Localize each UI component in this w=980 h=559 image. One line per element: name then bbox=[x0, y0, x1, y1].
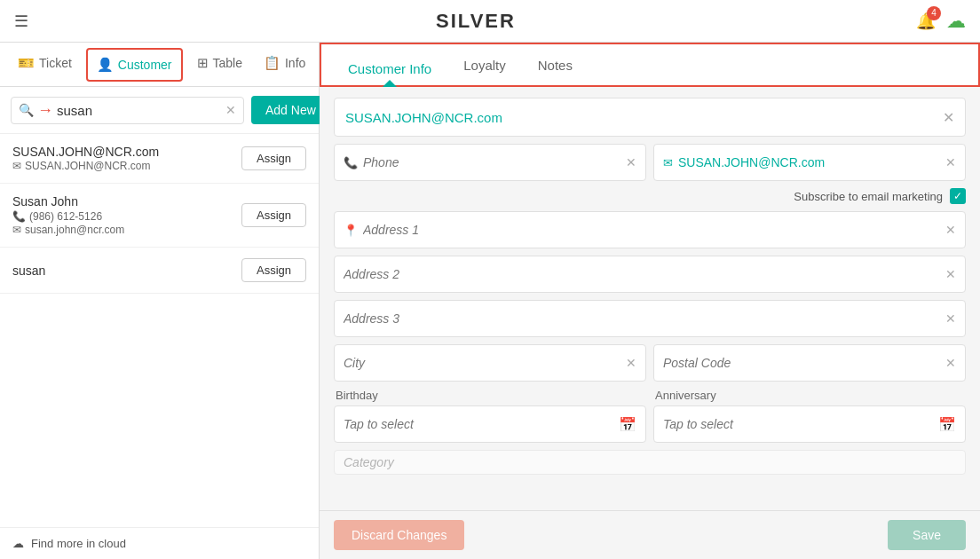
location-icon: 📍 bbox=[344, 224, 358, 237]
right-tab-bar: Customer Info Loyalty Notes bbox=[320, 43, 980, 87]
tab-customer-info[interactable]: Customer Info bbox=[332, 43, 447, 87]
left-tab-bar: 🎫 Ticket 👤 Customer ⊞ Table 📋 Info bbox=[0, 43, 319, 87]
email-clear[interactable]: ✕ bbox=[945, 155, 956, 169]
subscribe-checkbox[interactable]: ✓ bbox=[950, 188, 966, 204]
tab-info-label: Info bbox=[285, 56, 305, 70]
top-email-clear[interactable]: ✕ bbox=[943, 109, 954, 126]
category-field[interactable] bbox=[334, 450, 966, 475]
birthday-calendar-icon[interactable]: 📅 bbox=[619, 416, 636, 433]
anniversary-input[interactable] bbox=[663, 417, 931, 431]
address1-clear[interactable]: ✕ bbox=[945, 223, 956, 237]
address3-clear[interactable]: ✕ bbox=[945, 311, 956, 326]
topbar-left bbox=[14, 12, 36, 31]
email-icon: ✉ bbox=[663, 156, 673, 169]
tab-notes[interactable]: Notes bbox=[522, 43, 589, 87]
subscribe-label: Subscribe to email marketing bbox=[794, 190, 943, 203]
form-area: ✕ 📞 ✕ ✉ ✕ Subscribe to email marketing ✓ bbox=[320, 87, 980, 510]
customer-email-sub-2: ✉ susan.john@ncr.com bbox=[12, 224, 241, 236]
address1-field[interactable]: 📍 ✕ bbox=[334, 211, 966, 248]
email-field[interactable]: ✉ ✕ bbox=[653, 144, 966, 181]
customer-list: SUSAN.JOHN@NCR.com ✉ SUSAN.JOHN@NCR.com … bbox=[0, 134, 319, 527]
tab-info[interactable]: 📋 Info bbox=[253, 43, 316, 87]
tab-customer-label: Customer bbox=[118, 58, 172, 72]
city-input[interactable] bbox=[344, 356, 622, 370]
customer-name-3: susan bbox=[12, 264, 241, 278]
postal-input[interactable] bbox=[663, 356, 942, 370]
phone-field[interactable]: 📞 ✕ bbox=[334, 144, 646, 181]
address2-row: ✕ bbox=[334, 256, 966, 293]
list-item: SUSAN.JOHN@NCR.com ✉ SUSAN.JOHN@NCR.com … bbox=[0, 134, 319, 184]
category-row bbox=[334, 450, 966, 475]
table-icon: ⊞ bbox=[197, 55, 209, 71]
search-icon: 🔍 bbox=[19, 103, 34, 117]
notes-tab-label: Notes bbox=[538, 58, 573, 73]
category-input[interactable] bbox=[344, 455, 956, 469]
search-clear-icon[interactable]: ✕ bbox=[225, 103, 236, 117]
birthday-input[interactable] bbox=[344, 417, 612, 431]
assign-button-1[interactable]: Assign bbox=[241, 146, 306, 170]
anniversary-field[interactable]: 📅 bbox=[653, 405, 966, 443]
postal-clear[interactable]: ✕ bbox=[945, 356, 956, 370]
phone-email-row: 📞 ✕ ✉ ✕ bbox=[334, 144, 966, 181]
add-new-button[interactable]: Add New bbox=[251, 96, 330, 124]
customer-name-2: Susan John bbox=[12, 194, 241, 209]
city-clear[interactable]: ✕ bbox=[626, 356, 636, 370]
customer-info-3: susan bbox=[12, 264, 241, 278]
customer-phone-2: 📞 (986) 612-5126 bbox=[12, 210, 241, 223]
topbar-center: SILVER bbox=[436, 10, 516, 33]
right-panel: Customer Info Loyalty Notes ✕ 📞 bbox=[320, 43, 980, 559]
form-footer: Discard Changes Save bbox=[320, 510, 980, 559]
address2-field[interactable]: ✕ bbox=[334, 256, 966, 293]
address2-clear[interactable]: ✕ bbox=[945, 267, 956, 281]
list-item: susan Assign bbox=[0, 248, 319, 294]
date-labels: Birthday Anniversary bbox=[334, 389, 966, 402]
anniversary-label: Anniversary bbox=[653, 389, 966, 402]
main-layout: 🎫 Ticket 👤 Customer ⊞ Table 📋 Info 🔍 → bbox=[0, 43, 980, 559]
email-input[interactable] bbox=[678, 155, 942, 169]
find-more-cloud[interactable]: ☁ Find more in cloud bbox=[0, 527, 319, 559]
assign-button-2[interactable]: Assign bbox=[241, 203, 306, 227]
assign-button-3[interactable]: Assign bbox=[241, 258, 306, 282]
tab-ticket[interactable]: 🎫 Ticket bbox=[7, 43, 83, 87]
mail-icon-1: ✉ bbox=[12, 160, 21, 172]
customer-name-1: SUSAN.JOHN@NCR.com bbox=[12, 145, 241, 159]
loyalty-tab-label: Loyalty bbox=[463, 58, 506, 73]
phone-clear[interactable]: ✕ bbox=[626, 155, 636, 169]
hamburger-icon[interactable] bbox=[14, 12, 28, 31]
anniversary-calendar-icon[interactable]: 📅 bbox=[938, 416, 956, 433]
search-input[interactable] bbox=[57, 103, 225, 118]
city-field[interactable]: ✕ bbox=[334, 344, 646, 382]
discard-changes-button[interactable]: Discard Changes bbox=[334, 520, 464, 550]
info-icon: 📋 bbox=[264, 55, 281, 71]
postal-field[interactable]: ✕ bbox=[653, 344, 966, 382]
dates-row: 📅 📅 bbox=[334, 405, 966, 443]
address2-input[interactable] bbox=[344, 267, 942, 281]
address3-field[interactable]: ✕ bbox=[334, 300, 966, 337]
topbar: SILVER 4 ☁ bbox=[0, 0, 980, 43]
search-bar: 🔍 → ✕ Add New bbox=[0, 87, 319, 134]
top-email-field[interactable]: ✕ bbox=[334, 98, 966, 137]
tab-loyalty[interactable]: Loyalty bbox=[447, 43, 522, 87]
find-cloud-label: Find more in cloud bbox=[31, 537, 126, 550]
address1-input[interactable] bbox=[363, 223, 942, 237]
tab-table[interactable]: ⊞ Table bbox=[186, 43, 253, 87]
address3-input[interactable] bbox=[344, 311, 942, 326]
notification-badge: 4 bbox=[927, 6, 941, 20]
customer-icon: 👤 bbox=[97, 57, 114, 73]
notifications-icon[interactable]: 4 bbox=[916, 12, 936, 31]
top-email-input[interactable] bbox=[345, 110, 943, 125]
address1-row: 📍 ✕ bbox=[334, 211, 966, 248]
phone-icon: 📞 bbox=[344, 156, 358, 169]
tab-customer[interactable]: 👤 Customer bbox=[86, 48, 183, 82]
left-panel: 🎫 Ticket 👤 Customer ⊞ Table 📋 Info 🔍 → bbox=[0, 43, 320, 559]
birthday-field[interactable]: 📅 bbox=[334, 405, 646, 443]
phone-input[interactable] bbox=[363, 155, 622, 169]
cloud-icon: ☁ bbox=[12, 537, 24, 550]
list-item: Susan John 📞 (986) 612-5126 ✉ susan.john… bbox=[0, 184, 319, 248]
city-postal-row: ✕ ✕ bbox=[334, 344, 966, 382]
address3-row: ✕ bbox=[334, 300, 966, 337]
brand-logo: SILVER bbox=[436, 10, 516, 33]
phone-icon-2: 📞 bbox=[12, 210, 26, 223]
cloud-status-icon[interactable]: ☁ bbox=[946, 10, 966, 33]
save-button[interactable]: Save bbox=[888, 520, 966, 550]
